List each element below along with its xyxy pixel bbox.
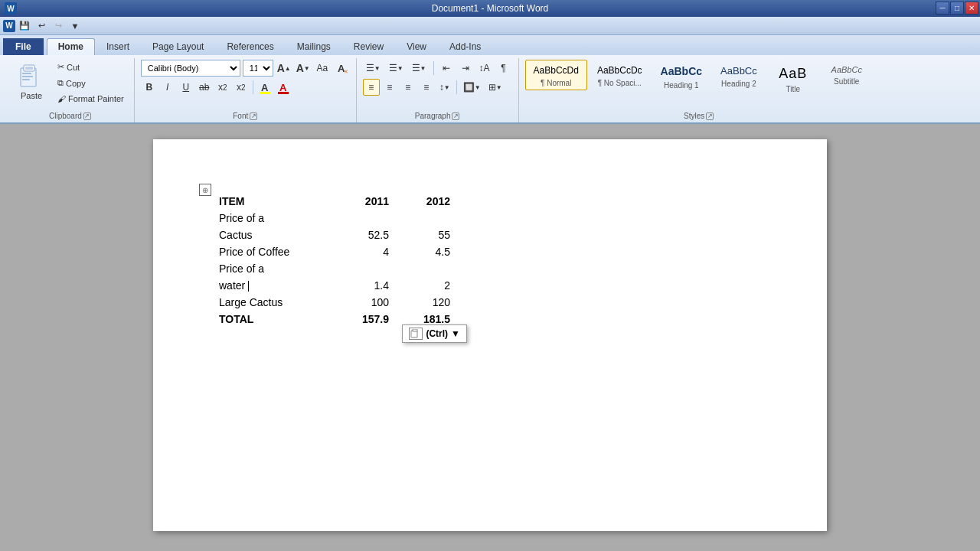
styles-area: AaBbCcDd ¶ Normal AaBbCcDc ¶ No Spaci...… xyxy=(525,60,873,96)
cell-water-2012[interactable]: 2 xyxy=(398,277,459,294)
text-highlight-button[interactable]: A xyxy=(256,79,273,96)
font-format-row: B I U ab x2 x2 A A xyxy=(141,79,350,96)
redo-button[interactable]: ↪ xyxy=(51,18,66,34)
change-case-button[interactable]: Aa xyxy=(314,60,331,77)
grow-font-button[interactable]: A▲ xyxy=(276,60,292,77)
restore-button[interactable]: □ xyxy=(950,2,964,15)
cell-total-2011: 157.9 xyxy=(337,311,398,328)
style-title[interactable]: AaB Title xyxy=(767,60,819,96)
paragraph-expand-button[interactable]: ↗ xyxy=(452,112,459,120)
table-row: water 1.4 2 xyxy=(214,277,459,294)
separator-1 xyxy=(253,80,253,94)
save-button[interactable]: 💾 xyxy=(17,18,32,34)
table-row: Cactus 52.5 55 xyxy=(214,227,459,243)
cell-empty-3[interactable] xyxy=(337,260,398,277)
style-no-spacing[interactable]: AaBbCcDc ¶ No Spaci... xyxy=(589,60,651,90)
cell-coffee-2011[interactable]: 4 xyxy=(337,243,398,260)
style-normal[interactable]: AaBbCcDd ¶ Normal xyxy=(525,60,587,90)
font-size-select[interactable]: 11 xyxy=(243,60,273,77)
cell-empty-1[interactable] xyxy=(337,210,398,227)
close-button[interactable]: ✕ xyxy=(965,2,978,15)
numbering-button[interactable]: ☰▼ xyxy=(386,60,407,77)
clipboard-group: Paste ✂ Cut ⧉ Copy 🖌 Format Painter xyxy=(6,58,135,122)
minimize-button[interactable]: ─ xyxy=(936,2,949,15)
styles-expand-button[interactable]: ↗ xyxy=(706,112,714,120)
strikethrough-button[interactable]: ab xyxy=(196,79,213,96)
decrease-indent-button[interactable]: ⇤ xyxy=(438,60,455,77)
paragraph-group: ☰▼ ☰▼ ☰▼ ⇤ ⇥ ↕A ¶ ≡ ≡ ≡ ≡ ↕▼ 🔲▼ xyxy=(357,58,519,122)
cell-empty-4[interactable] xyxy=(398,260,459,277)
tab-insert[interactable]: Insert xyxy=(95,38,141,55)
shading-button[interactable]: 🔲▼ xyxy=(460,79,484,96)
undo-button[interactable]: ↩ xyxy=(34,18,49,34)
underline-button[interactable]: U xyxy=(178,79,194,96)
small-clipboard-buttons: ✂ Cut ⧉ Copy 🖌 Format Painter xyxy=(54,60,128,106)
copy-button[interactable]: ⧉ Copy xyxy=(54,76,128,90)
tab-add-ins[interactable]: Add-Ins xyxy=(438,38,492,55)
style-heading1[interactable]: AaBbCc Heading 1 xyxy=(652,60,710,93)
customize-quick-access-button[interactable]: ▼ xyxy=(67,18,83,34)
increase-indent-button[interactable]: ⇥ xyxy=(457,60,474,77)
cell-cactus-2011[interactable]: 52.5 xyxy=(337,227,398,243)
style-subtitle-preview: AaBbCc xyxy=(830,63,864,77)
font-expand-button[interactable]: ↗ xyxy=(250,112,257,120)
cut-button[interactable]: ✂ Cut xyxy=(54,60,128,74)
tab-references[interactable]: References xyxy=(215,38,285,55)
svg-rect-5 xyxy=(22,79,30,80)
cell-water[interactable]: water xyxy=(214,277,337,294)
tab-mailings[interactable]: Mailings xyxy=(286,38,342,55)
clipboard-area: Paste ✂ Cut ⧉ Copy 🖌 Format Painter xyxy=(12,60,128,106)
align-center-button[interactable]: ≡ xyxy=(381,79,398,96)
cut-icon: ✂ xyxy=(57,62,64,72)
table-move-handle[interactable]: ⊕ xyxy=(199,184,211,196)
font-name-select[interactable]: Calibri (Body) xyxy=(141,60,240,77)
style-subtitle-label: Subtitle xyxy=(834,77,859,86)
style-heading2[interactable]: AaBbCc Heading 2 xyxy=(712,60,766,91)
ctrl-dropdown-arrow[interactable]: ▼ xyxy=(451,328,460,339)
tab-page-layout[interactable]: Page Layout xyxy=(141,38,215,55)
cell-large-cactus-2011[interactable]: 100 xyxy=(337,294,398,311)
font-color-button[interactable]: A xyxy=(275,79,292,96)
multilevel-list-button[interactable]: ☰▼ xyxy=(409,60,430,77)
clear-formatting-button[interactable]: A ✕ xyxy=(333,60,350,77)
format-painter-label: Format Painter xyxy=(68,94,124,103)
cell-empty-2[interactable] xyxy=(398,210,459,227)
align-right-button[interactable]: ≡ xyxy=(400,79,416,96)
tab-view[interactable]: View xyxy=(395,38,438,55)
cell-large-cactus-2012[interactable]: 120 xyxy=(398,294,459,311)
style-subtitle[interactable]: AaBbCc Subtitle xyxy=(821,60,873,89)
format-painter-button[interactable]: 🖌 Format Painter xyxy=(54,92,128,106)
superscript-button[interactable]: x2 xyxy=(233,79,250,96)
cell-coffee[interactable]: Price of Coffee xyxy=(214,243,337,260)
subscript-button[interactable]: x2 xyxy=(214,79,231,96)
italic-button[interactable]: I xyxy=(159,79,176,96)
font-group-content: Calibri (Body) 11 A▲ A▼ Aa A ✕ xyxy=(141,58,350,110)
tab-home[interactable]: Home xyxy=(47,38,95,55)
align-left-button[interactable]: ≡ xyxy=(363,79,380,96)
borders-button[interactable]: ⊞▼ xyxy=(485,79,505,96)
clipboard-expand-button[interactable]: ↗ xyxy=(83,112,91,120)
bold-button[interactable]: B xyxy=(141,79,158,96)
header-2012: 2012 xyxy=(398,193,459,210)
svg-rect-2 xyxy=(25,67,33,70)
paste-button[interactable]: Paste xyxy=(12,60,51,106)
sort-button[interactable]: ↕A xyxy=(476,60,493,77)
ctrl-paste-popup[interactable]: (Ctrl) ▼ xyxy=(402,324,467,343)
cell-coffee-2012[interactable]: 4.5 xyxy=(398,243,459,260)
cell-water-2011[interactable]: 1.4 xyxy=(337,277,398,294)
cell-cactus[interactable]: Cactus xyxy=(214,227,337,243)
show-formatting-button[interactable]: ¶ xyxy=(495,60,512,77)
style-heading1-preview: AaBbCc xyxy=(659,63,704,81)
tab-file[interactable]: File xyxy=(3,38,44,55)
line-spacing-button[interactable]: ↕▼ xyxy=(436,79,453,96)
tab-review[interactable]: Review xyxy=(342,38,395,55)
justify-button[interactable]: ≡ xyxy=(418,79,435,96)
word-icon: W xyxy=(5,2,17,15)
cell-large-cactus[interactable]: Large Cactus xyxy=(214,294,337,311)
cell-price-cactus-label[interactable]: Price of a xyxy=(214,210,337,227)
cell-cactus-2012[interactable]: 55 xyxy=(398,227,459,243)
bullets-button[interactable]: ☰▼ xyxy=(363,60,384,77)
cell-water-label[interactable]: Price of a xyxy=(214,260,337,277)
style-title-label: Title xyxy=(786,85,801,93)
shrink-font-button[interactable]: A▼ xyxy=(295,60,312,77)
